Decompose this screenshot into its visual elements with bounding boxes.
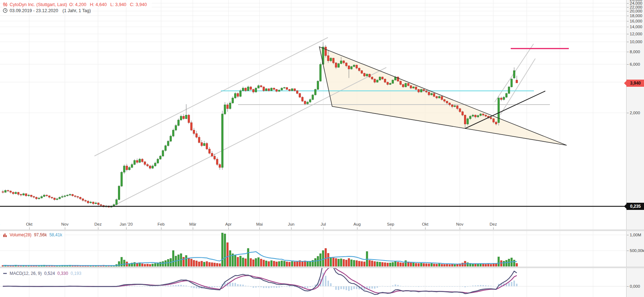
close-value: C: 3,940 xyxy=(130,2,147,7)
chart-application: CytoDyn Inc. (Stuttgart, Last) O: 4,200H… xyxy=(0,0,644,297)
last-price-tag-arrow xyxy=(624,81,627,86)
macd-signal-value: 0,330 xyxy=(57,271,68,276)
month-label-Mai: Mai xyxy=(256,222,263,226)
volume-500,00k-label: 500,00k xyxy=(630,248,644,253)
volume-series xyxy=(2,233,518,267)
month-label-Sep: Sep xyxy=(387,222,394,226)
macd-hist-value: 0,193 xyxy=(71,271,81,276)
macd-0,000-tick xyxy=(627,286,629,287)
volume-ma-line xyxy=(3,252,517,266)
timeframe: (1 Jahr, 1 Tag) xyxy=(62,8,91,14)
month-label-Jan20: Jan '20 xyxy=(120,222,133,226)
price-20,000-tick xyxy=(627,11,629,11)
price-16,000-label: 16,000 xyxy=(630,19,642,23)
baseline-tag-label: 0,235 xyxy=(630,204,641,209)
price-16,000-tick xyxy=(627,21,629,21)
candle-series xyxy=(2,42,518,207)
price-18,000-tick xyxy=(627,16,629,16)
date-range: 03.09.2019 - 23.12.2020 xyxy=(10,8,58,14)
macd-icon xyxy=(3,271,7,276)
volume-indicator-name: Volume(28) xyxy=(10,232,31,237)
chart-canvas[interactable] xyxy=(0,0,626,297)
month-label-Mr: Mär xyxy=(189,222,196,226)
panel-separator-volume[interactable] xyxy=(0,230,644,231)
price-12,000-label: 12,000 xyxy=(630,32,642,36)
volume-legend: Volume(28) 97,56k 58,41k xyxy=(1,232,64,238)
volume-ma-value: 58,41k xyxy=(49,232,62,237)
month-label-Feb: Feb xyxy=(158,222,165,226)
month-label-Okt: Okt xyxy=(26,222,32,226)
trend-channel-upper[interactable] xyxy=(94,37,328,156)
macd-value: 0,524 xyxy=(44,271,55,276)
volume-1,00M-label: 1,00M xyxy=(630,233,641,237)
price-12,000-tick xyxy=(627,34,629,34)
month-label-Jun: Jun xyxy=(288,222,295,226)
volume-1,00M-tick xyxy=(627,235,629,235)
price-10,000-label: 10,000 xyxy=(630,40,642,44)
price-6,000-tick xyxy=(627,64,629,65)
instrument-title: CytoDyn Inc. (Stuttgart, Last) xyxy=(10,2,67,7)
price-2,000-tick xyxy=(627,113,629,113)
last-price-tag: 3,940 xyxy=(627,80,644,87)
candlestick-icon xyxy=(3,2,7,7)
last-price-tag-label: 3,940 xyxy=(630,81,641,86)
price-2,000-label: 2,000 xyxy=(630,111,640,115)
clock-icon xyxy=(3,8,7,13)
price-axis[interactable]: 26,00024,00022,00020,00018,00016,00014,0… xyxy=(626,0,644,297)
baseline-price-tag: 0,235 xyxy=(627,203,644,210)
month-label-Dez: Dez xyxy=(94,222,102,226)
panel-separator-macd[interactable] xyxy=(0,267,644,268)
month-label-Okt: Okt xyxy=(422,222,428,226)
volume-icon xyxy=(3,233,7,237)
price-8,000-label: 8,000 xyxy=(630,50,640,54)
ohlc-values: O: 4,200H: 4,640L: 3,940C: 3,940 xyxy=(69,2,150,7)
price-22,000-tick xyxy=(627,7,629,7)
price-24,000-tick xyxy=(627,3,629,4)
price-6,000-label: 6,000 xyxy=(630,62,640,66)
price-10,000-tick xyxy=(627,42,629,42)
month-label-Nov: Nov xyxy=(61,222,68,226)
high-value: H: 4,640 xyxy=(90,2,107,7)
macd-indicator-name: MACD(12, 26, 9) xyxy=(10,271,42,276)
trend-channel-lower[interactable] xyxy=(112,67,386,206)
baseline-tag-arrow xyxy=(624,204,627,209)
low-value: L: 3,940 xyxy=(110,2,126,7)
volume-500,00k-tick xyxy=(627,251,629,251)
price-14,000-tick xyxy=(627,27,629,27)
price-20,000-label: 20,000 xyxy=(630,9,642,13)
month-label-Apr: Apr xyxy=(225,222,232,226)
price-8,000-tick xyxy=(627,52,629,52)
month-label-Jul: Jul xyxy=(321,222,326,226)
month-label-Dez: Dez xyxy=(490,222,497,226)
open-value: O: 4,200 xyxy=(69,2,86,7)
timeframe-row: 03.09.2019 - 23.12.2020 (1 Jahr, 1 Tag) xyxy=(2,7,92,14)
macd-legend: MACD(12, 26, 9) 0,524 0,330 0,193 xyxy=(1,270,83,277)
month-label-Aug: Aug xyxy=(354,222,361,226)
price-18,000-label: 18,000 xyxy=(630,14,642,18)
month-label-Nov: Nov xyxy=(456,222,463,226)
instrument-row: CytoDyn Inc. (Stuttgart, Last) O: 4,200H… xyxy=(2,1,152,7)
price-14,000-label: 14,000 xyxy=(630,25,642,29)
macd-0,000-label: 0,000 xyxy=(630,284,640,288)
volume-last-value: 97,56k xyxy=(34,232,47,237)
instrument-legend: CytoDyn Inc. (Stuttgart, Last) O: 4,200H… xyxy=(2,1,152,14)
